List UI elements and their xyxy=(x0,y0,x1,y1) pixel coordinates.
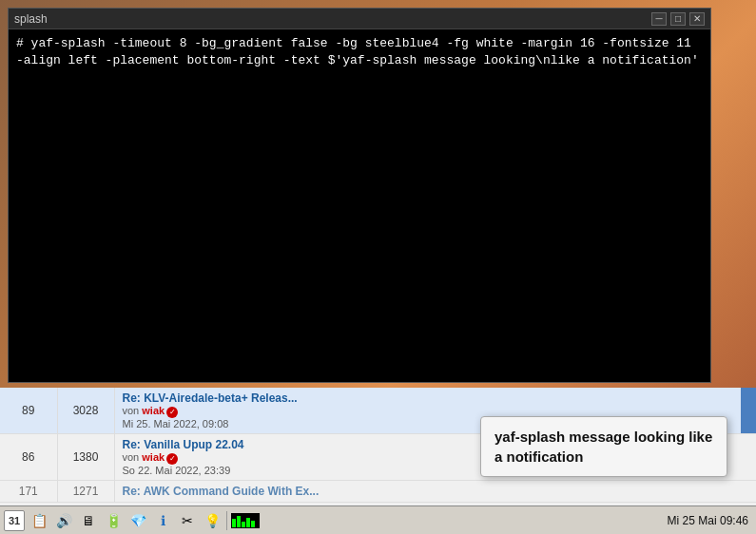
forum-col-count: 3028 xyxy=(57,388,114,434)
minimize-button[interactable]: ─ xyxy=(651,12,667,26)
forum-col-count: 1271 xyxy=(57,481,114,503)
verified-icon: ✓ xyxy=(166,453,178,465)
forum-col-num: 171 xyxy=(0,481,57,503)
verified-icon: ✓ xyxy=(166,407,178,418)
maximize-button[interactable]: □ xyxy=(670,12,686,26)
taskbar-bulb-icon[interactable]: 💡 xyxy=(202,510,223,531)
taskbar-scissors-icon[interactable]: ✂ xyxy=(177,510,198,531)
terminal-command: # yaf-splash -timeout 8 -bg_gradient fal… xyxy=(16,35,703,69)
taskbar-separator xyxy=(226,511,227,530)
forum-author-name: wiak xyxy=(142,451,165,463)
forum-link[interactable]: Re: AWK Command Guide With Ex... xyxy=(123,485,734,498)
close-button[interactable]: ✕ xyxy=(689,12,705,26)
forum-col-count: 1380 xyxy=(57,434,114,481)
graph-bar xyxy=(246,518,250,527)
side-bar xyxy=(741,481,756,503)
forum-col-num: 86 xyxy=(0,434,57,481)
taskbar-calendar-icon[interactable]: 31 xyxy=(4,510,25,531)
side-bar xyxy=(741,434,756,481)
terminal-controls: ─ □ ✕ xyxy=(651,12,705,26)
taskbar-clipboard-icon[interactable]: 📋 xyxy=(29,510,49,531)
terminal-titlebar: splash ─ □ ✕ xyxy=(9,9,710,29)
graph-bar xyxy=(232,519,236,526)
notification-text: yaf-splash message looking like a notifi… xyxy=(494,427,713,467)
terminal-body[interactable]: # yaf-splash -timeout 8 -bg_gradient fal… xyxy=(9,29,710,382)
taskbar-time: Mi 25 Mai 09:46 xyxy=(668,514,748,527)
taskbar-display-icon[interactable]: 🖥 xyxy=(78,510,99,531)
table-row: 171 1271 Re: AWK Command Guide With Ex..… xyxy=(0,481,756,503)
taskbar-battery-icon[interactable]: 🔋 xyxy=(103,510,124,531)
forum-col-num: 89 xyxy=(0,388,57,434)
notification-popup: yaf-splash message looking like a notifi… xyxy=(480,416,727,477)
forum-link[interactable]: Re: KLV-Airedale-beta+ Releas... xyxy=(123,391,734,405)
graph-bar xyxy=(242,522,245,527)
forum-author-name: wiak xyxy=(142,405,165,416)
taskbar-gem-icon[interactable]: 💎 xyxy=(127,510,148,531)
forum-col-title[interactable]: Re: AWK Command Guide With Ex... xyxy=(114,481,741,503)
taskbar-graph xyxy=(231,513,260,528)
terminal-title: splash xyxy=(14,12,48,26)
graph-bar xyxy=(251,521,255,527)
taskbar-volume-icon[interactable]: 🔊 xyxy=(53,510,74,531)
side-bar xyxy=(741,388,756,434)
terminal-window: splash ─ □ ✕ # yaf-splash -timeout 8 -bg… xyxy=(8,8,711,383)
graph-bar xyxy=(237,516,241,526)
taskbar-info-icon[interactable]: ℹ xyxy=(152,510,173,531)
taskbar: 31 📋 🔊 🖥 🔋 💎 ℹ ✂ 💡 Mi 25 Mai 09:46 xyxy=(0,505,756,534)
